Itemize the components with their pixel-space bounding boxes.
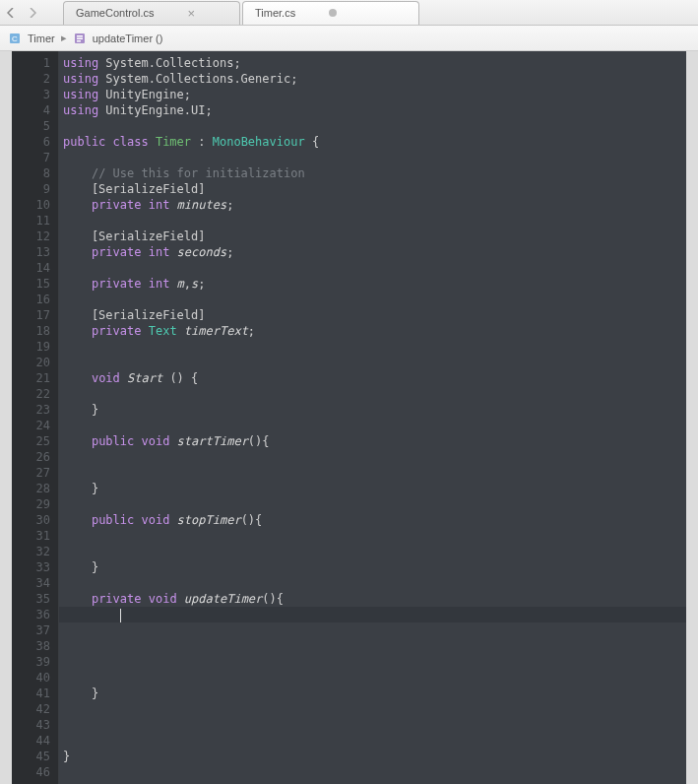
line-number: 34 xyxy=(12,575,58,591)
code-line[interactable]: } xyxy=(59,402,686,418)
line-number: 2 xyxy=(12,71,58,87)
line-number: 22 xyxy=(12,386,58,402)
breadcrumb: C Timer ▸ updateTimer () xyxy=(0,26,698,51)
code-line[interactable] xyxy=(59,150,686,165)
code-line[interactable] xyxy=(59,118,686,134)
line-number: 21 xyxy=(12,370,58,386)
code-line[interactable] xyxy=(59,764,686,780)
line-number: 5 xyxy=(12,118,58,134)
line-number: 18 xyxy=(12,323,58,339)
svg-rect-4 xyxy=(77,37,83,39)
line-number: 37 xyxy=(12,622,58,638)
tab-bar: GameControl.cs × Timer.cs xyxy=(0,0,698,26)
scrollbar-vertical[interactable] xyxy=(686,51,698,784)
line-number: 27 xyxy=(12,465,58,481)
line-number: 43 xyxy=(12,717,58,733)
line-number: 10 xyxy=(12,197,58,213)
script-icon: C xyxy=(8,32,22,45)
code-line[interactable]: [SerializeField] xyxy=(59,229,686,244)
method-icon xyxy=(73,32,87,45)
line-number: 1 xyxy=(12,55,58,71)
breadcrumb-class[interactable]: Timer xyxy=(28,33,55,44)
svg-rect-3 xyxy=(77,35,83,37)
line-number: 30 xyxy=(12,512,58,528)
line-number: 6 xyxy=(12,134,58,150)
nav-back-button[interactable] xyxy=(0,0,22,26)
code-line[interactable] xyxy=(59,449,686,465)
code-line[interactable] xyxy=(59,733,686,749)
line-number: 9 xyxy=(12,181,58,197)
code-line[interactable] xyxy=(59,654,686,670)
code-line[interactable] xyxy=(59,213,686,229)
code-line[interactable]: } xyxy=(59,481,686,496)
code-line[interactable]: // Use this for initialization xyxy=(59,165,686,181)
code-line[interactable]: } xyxy=(59,559,686,575)
line-number: 26 xyxy=(12,449,58,465)
code-line[interactable] xyxy=(59,355,686,370)
code-line[interactable] xyxy=(59,638,686,654)
code-line[interactable]: private int seconds; xyxy=(59,244,686,260)
line-number: 23 xyxy=(12,402,58,418)
line-number: 8 xyxy=(12,165,58,181)
code-line[interactable] xyxy=(59,670,686,686)
line-number: 41 xyxy=(12,686,58,701)
code-line[interactable] xyxy=(59,386,686,402)
line-number: 33 xyxy=(12,559,58,575)
code-line[interactable] xyxy=(59,496,686,512)
code-line[interactable]: [SerializeField] xyxy=(59,181,686,197)
code-line[interactable] xyxy=(59,260,686,276)
code-line[interactable] xyxy=(59,339,686,355)
line-number: 31 xyxy=(12,528,58,544)
code-line[interactable] xyxy=(59,292,686,307)
code-line[interactable]: private int minutes; xyxy=(59,197,686,213)
line-number: 35 xyxy=(12,591,58,607)
code-line[interactable] xyxy=(59,528,686,544)
editor: 1234567891011121314151617181920212223242… xyxy=(0,51,698,784)
code-line[interactable]: private Text timerText; xyxy=(59,323,686,339)
line-number: 25 xyxy=(12,433,58,449)
code-line[interactable]: private void updateTimer(){ xyxy=(59,591,686,607)
code-line[interactable]: [SerializeField] xyxy=(59,307,686,323)
code-line[interactable]: public void startTimer(){ xyxy=(59,433,686,449)
line-number: 42 xyxy=(12,701,58,717)
code-line[interactable] xyxy=(59,622,686,638)
line-number: 29 xyxy=(12,496,58,512)
code-line[interactable] xyxy=(59,607,686,622)
close-icon[interactable]: × xyxy=(187,6,195,21)
code-line[interactable] xyxy=(59,717,686,733)
tab-label: Timer.cs xyxy=(255,7,295,19)
code-line[interactable]: } xyxy=(59,686,686,701)
line-number: 39 xyxy=(12,654,58,670)
line-number: 7 xyxy=(12,150,58,165)
tab-gamecontrol[interactable]: GameControl.cs × xyxy=(63,1,240,25)
tab-label: GameControl.cs xyxy=(76,7,154,19)
line-number: 11 xyxy=(12,213,58,229)
line-number: 38 xyxy=(12,638,58,654)
line-number: 19 xyxy=(12,339,58,355)
text-cursor xyxy=(120,609,121,622)
code-line[interactable] xyxy=(59,575,686,591)
line-number: 44 xyxy=(12,733,58,749)
code-line[interactable]: using UnityEngine.UI; xyxy=(59,102,686,118)
line-number: 4 xyxy=(12,102,58,118)
code-line[interactable]: private int m,s; xyxy=(59,276,686,292)
code-line[interactable]: void Start () { xyxy=(59,370,686,386)
tab-timer[interactable]: Timer.cs xyxy=(242,1,419,25)
code-line[interactable]: using System.Collections; xyxy=(59,55,686,71)
code-line[interactable] xyxy=(59,465,686,481)
left-margin xyxy=(0,51,12,784)
code-line[interactable]: using UnityEngine; xyxy=(59,87,686,102)
code-line[interactable]: } xyxy=(59,749,686,764)
code-line[interactable] xyxy=(59,701,686,717)
code-line[interactable] xyxy=(59,418,686,433)
line-number: 32 xyxy=(12,544,58,559)
code-area[interactable]: using System.Collections;using System.Co… xyxy=(59,51,686,784)
code-line[interactable]: public void stopTimer(){ xyxy=(59,512,686,528)
code-line[interactable] xyxy=(59,544,686,559)
line-number: 20 xyxy=(12,355,58,370)
code-line[interactable]: using System.Collections.Generic; xyxy=(59,71,686,87)
code-line[interactable]: public class Timer : MonoBehaviour { xyxy=(59,134,686,150)
line-number: 45 xyxy=(12,749,58,764)
breadcrumb-method[interactable]: updateTimer () xyxy=(93,33,163,44)
nav-forward-button[interactable] xyxy=(22,0,43,26)
